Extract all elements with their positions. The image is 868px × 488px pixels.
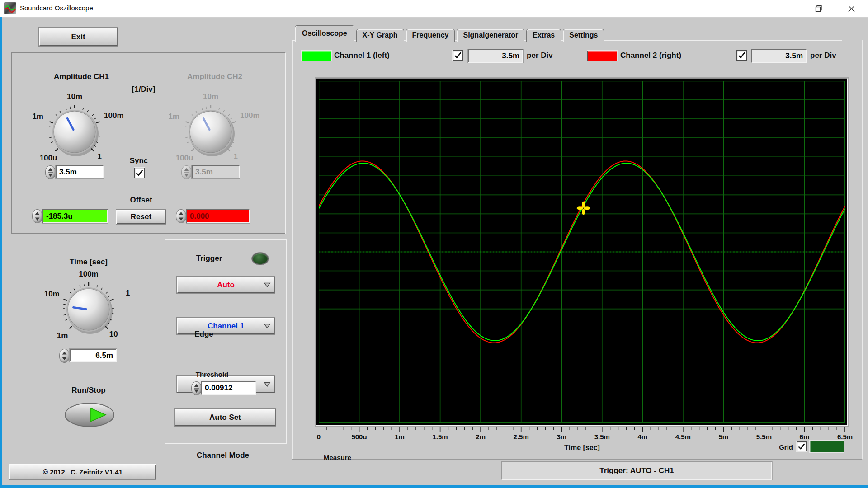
spinner-arrows-icon	[178, 211, 184, 221]
x-axis-tick-label: 3.5m	[594, 433, 610, 441]
channel2-enable-checkbox[interactable]	[736, 50, 747, 61]
tab-oscilloscope[interactable]: Oscilloscope	[295, 25, 354, 42]
offset-ch2-field[interactable]: 0.000	[186, 209, 250, 223]
x-axis-tick-label: 1.5m	[433, 433, 448, 441]
x-axis-tick-label: 1m	[395, 433, 405, 441]
window-title: Soundcard Oszilloscope	[20, 4, 93, 12]
knob-scale-label: 1	[126, 289, 130, 298]
check-icon	[737, 51, 746, 60]
channel1-per-div-label: per Div	[527, 51, 553, 60]
check-icon	[797, 442, 806, 451]
x-axis-title: Time [sec]	[540, 444, 624, 452]
minimize-button[interactable]	[774, 0, 800, 17]
trigger-threshold-label: Threshold	[183, 371, 241, 378]
tab-bar: OscilloscopeX-Y GraphFrequencySignalgene…	[295, 25, 606, 42]
spinner-arrows-icon	[193, 384, 199, 393]
check-icon	[135, 168, 144, 178]
exit-button[interactable]: Exit	[39, 28, 118, 46]
amplitude-ch2-spinner	[181, 165, 192, 179]
window-border-bottom	[0, 485, 868, 488]
amplitude-ch1-value-field[interactable]: 3.5m	[56, 165, 104, 178]
channel2-per-div-label: per Div	[810, 51, 836, 60]
auto-set-button[interactable]: Auto Set	[175, 409, 276, 426]
trigger-mode-dropdown[interactable]: Auto	[177, 277, 275, 293]
knob-scale-label: 10m	[44, 290, 60, 299]
trigger-status-bar: Trigger: AUTO - CH1	[501, 461, 772, 480]
channel1-color-swatch	[302, 51, 331, 61]
title-bar: Soundcard Oszilloscope	[0, 0, 868, 18]
sync-label: Sync	[125, 156, 152, 165]
chevron-down-icon	[264, 282, 271, 288]
tab-x-y-graph[interactable]: X-Y Graph	[356, 29, 404, 42]
trigger-led	[252, 253, 269, 265]
time-spinner[interactable]	[59, 349, 70, 363]
channel2-per-div-field[interactable]: 3.5m	[751, 49, 807, 63]
x-axis-tick-label: 0	[317, 433, 321, 441]
chevron-down-icon	[264, 324, 271, 329]
time-title: Time [sec]	[52, 258, 125, 267]
knob-scale-label: 100m	[104, 111, 123, 120]
knob-scale-label: 100m	[79, 270, 98, 279]
x-axis-ruler	[319, 427, 847, 432]
restore-icon	[815, 5, 822, 12]
channel1-label: Channel 1 (left)	[334, 51, 390, 60]
minimize-icon	[784, 5, 790, 12]
spinner-arrows-icon	[34, 211, 40, 221]
spinner-arrows-icon	[47, 168, 53, 177]
sync-checkbox[interactable]	[134, 168, 145, 178]
amplitude-ch1-spinner[interactable]	[45, 165, 56, 179]
offset-reset-button[interactable]: Reset	[116, 210, 166, 224]
channel1-per-div-field[interactable]: 3.5m	[468, 49, 523, 63]
x-axis-tick-label: 2m	[476, 433, 486, 441]
oscilloscope-plot[interactable]	[319, 81, 845, 423]
knob-scale-label: 10m	[203, 92, 218, 101]
close-icon	[848, 5, 855, 12]
tabpage-left-edge	[292, 40, 292, 459]
knob-scale-label: 1	[97, 152, 101, 161]
knob-scale-label: 1m	[168, 112, 179, 121]
time-value-field[interactable]: 6.5m	[70, 349, 117, 362]
maximize-restore-button[interactable]	[806, 0, 832, 17]
amplitude-ch1-knob[interactable]: 100u1m10m100m1	[25, 88, 124, 175]
tab-settings[interactable]: Settings	[563, 29, 604, 42]
tab-signalgenerator[interactable]: Signalgenerator	[457, 29, 524, 42]
run-stop-icon	[64, 402, 115, 428]
offset-ch2-spinner[interactable]	[176, 209, 186, 223]
time-knob[interactable]: 1m10m100m110	[39, 266, 138, 352]
trigger-threshold-spinner[interactable]	[191, 381, 202, 395]
x-axis-tick-label: 4m	[637, 433, 647, 441]
offset-label: Offset	[123, 196, 159, 205]
channel1-enable-checkbox[interactable]	[453, 50, 463, 61]
tab-extras[interactable]: Extras	[526, 29, 561, 42]
knob-scale-label: 1m	[32, 112, 43, 121]
version-button[interactable]: © 2012 C. Zeitnitz V1.41	[9, 464, 156, 479]
trigger-threshold-field[interactable]: 0.00912	[201, 381, 256, 395]
grid-label: Grid	[771, 443, 793, 451]
amplitude-ch2-value-field: 3.5m	[192, 165, 240, 178]
tab-frequency[interactable]: Frequency	[406, 29, 455, 42]
x-axis-tick-label: 5.5m	[756, 433, 772, 441]
channel2-label: Channel 2 (right)	[620, 51, 681, 60]
x-axis-tick-label: 5m	[719, 433, 729, 441]
knob-scale-label: 100u	[40, 154, 57, 163]
run-stop-button[interactable]	[64, 402, 115, 430]
offset-ch1-field[interactable]: -185.3u	[42, 209, 108, 223]
x-axis-tick-label: 4.5m	[675, 433, 691, 441]
grid-color-swatch[interactable]	[810, 441, 844, 452]
close-button[interactable]	[838, 0, 864, 17]
app-icon	[4, 2, 16, 16]
amplitude-ch2-title: Amplitude CH2	[174, 72, 255, 81]
grid-checkbox[interactable]	[797, 441, 807, 451]
measure-label: Measure	[324, 454, 351, 461]
x-axis-tick-label: 500u	[351, 433, 367, 441]
amplitude-ch1-title: Amplitude CH1	[41, 72, 122, 81]
tabpage-bottom-edge	[292, 459, 862, 460]
amplitude-unit-label: [1/Div]	[122, 85, 165, 94]
spinner-arrows-icon	[61, 351, 67, 361]
chevron-down-icon	[264, 382, 271, 387]
app-window: Soundcard Oszilloscope Exit Amplitude CH…	[0, 0, 868, 488]
run-stop-label: Run/Stop	[48, 386, 129, 395]
offset-ch1-spinner[interactable]	[32, 209, 42, 223]
channel-mode-label: Channel Mode	[182, 451, 264, 460]
window-border-left	[0, 17, 2, 488]
